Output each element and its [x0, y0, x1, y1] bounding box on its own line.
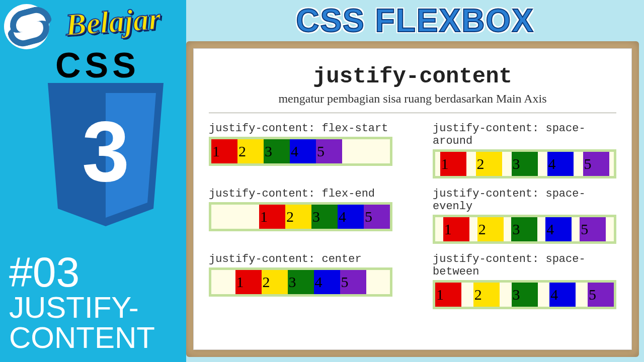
- flex-box: 3: [311, 205, 338, 229]
- corkboard: justify-content mengatur pembagian sisa …: [186, 41, 639, 357]
- sidebar: Belajar CSS 3 #03 JUSTIFY- CONTENT: [0, 0, 186, 362]
- flex-box: 2: [262, 270, 288, 294]
- examples-grid: justify-content: flex-start12345justify-…: [209, 122, 616, 309]
- flex-demo-space-around: 12345: [433, 149, 616, 178]
- channel-logo: [4, 4, 49, 49]
- flex-box: 4: [545, 217, 572, 241]
- flex-box: 2: [473, 283, 500, 307]
- flex-box: 2: [476, 152, 502, 176]
- flex-box: 4: [547, 152, 574, 176]
- content-subtitle: mengatur pembagian sisa ruang berdasarka…: [209, 92, 616, 106]
- episode-number: #03: [9, 252, 155, 293]
- flex-demo-center: 12345: [209, 267, 392, 297]
- flex-box: 4: [338, 205, 364, 229]
- flex-demo-space-between: 12345: [433, 280, 616, 309]
- flex-box: 5: [316, 139, 342, 163]
- example-flex-end: justify-content: flex-end12345: [209, 188, 392, 244]
- example-flex-start: justify-content: flex-start12345: [209, 122, 392, 178]
- flex-box: 2: [477, 217, 504, 241]
- flex-box: 1: [235, 270, 262, 294]
- example-space-between: justify-content: space-between12345: [433, 253, 616, 309]
- css-text-label: CSS: [55, 45, 140, 85]
- flex-box: 5: [340, 270, 366, 294]
- css3-shield-icon: 3: [43, 83, 169, 229]
- flex-demo-space-evenly: 12345: [433, 215, 616, 244]
- example-caption: justify-content: space-evenly: [433, 188, 616, 213]
- shield-number: 3: [82, 104, 130, 199]
- flex-box: 4: [290, 139, 316, 163]
- flex-box: 4: [314, 270, 340, 294]
- example-caption: justify-content: flex-start: [209, 122, 392, 135]
- flex-box: 3: [288, 270, 314, 294]
- flex-box: 1: [443, 217, 469, 241]
- example-space-around: justify-content: space-around12345: [433, 122, 616, 178]
- flex-box: 2: [237, 139, 264, 163]
- content-heading: justify-content: [209, 64, 616, 89]
- flex-box: 1: [440, 152, 466, 176]
- example-caption: justify-content: space-around: [433, 122, 616, 147]
- example-caption: justify-content: space-between: [433, 253, 616, 278]
- flex-box: 5: [580, 217, 606, 241]
- example-center: justify-content: center12345: [209, 253, 392, 309]
- swirl-icon: [12, 12, 42, 42]
- flex-box: 2: [285, 205, 311, 229]
- flex-box: 3: [264, 139, 290, 163]
- divider: [209, 113, 616, 113]
- flex-demo-flex-end: 12345: [209, 202, 392, 231]
- episode-title-line1: JUSTIFY-: [9, 293, 155, 323]
- flex-box: 1: [435, 283, 461, 307]
- example-caption: justify-content: flex-end: [209, 188, 392, 200]
- flex-box: 4: [549, 283, 576, 307]
- flex-box: 1: [259, 205, 285, 229]
- flex-box: 3: [512, 283, 538, 307]
- flex-box: 5: [588, 283, 614, 307]
- episode-block: #03 JUSTIFY- CONTENT: [9, 252, 155, 353]
- flex-box: 1: [211, 139, 237, 163]
- flex-box: 5: [364, 205, 390, 229]
- flex-box: 3: [512, 152, 538, 176]
- paper-sheet: justify-content mengatur pembagian sisa …: [193, 48, 632, 350]
- flex-box: 3: [511, 217, 537, 241]
- belajar-label: Belajar: [64, 1, 162, 43]
- example-caption: justify-content: center: [209, 253, 392, 265]
- episode-title-line2: CONTENT: [9, 323, 155, 353]
- example-space-evenly: justify-content: space-evenly12345: [433, 188, 616, 244]
- flex-box: 5: [583, 152, 609, 176]
- page-title: CSS FLEXBOX: [186, 0, 644, 41]
- main-area: CSS FLEXBOX justify-content mengatur pem…: [186, 0, 644, 362]
- flex-demo-flex-start: 12345: [209, 137, 392, 166]
